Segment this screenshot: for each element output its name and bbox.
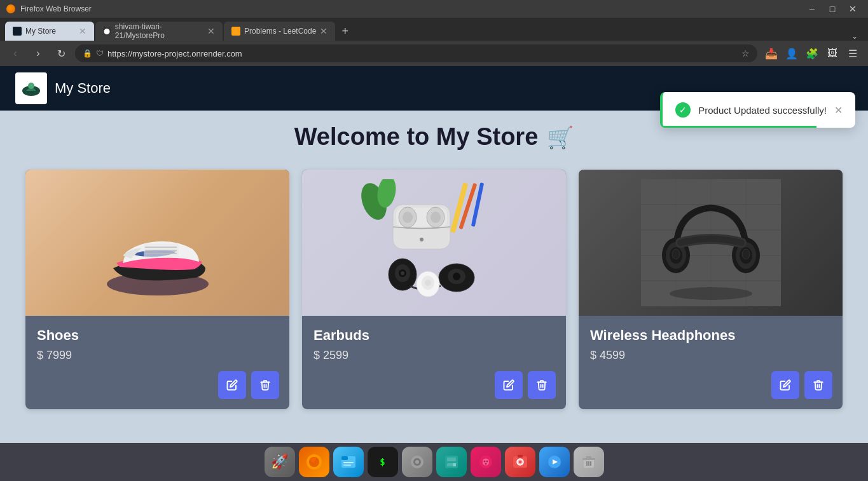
heading-text: Welcome to My Store xyxy=(294,123,539,151)
address-bar: ‹ › ↻ 🔒 🛡 https://mystore-project.onrend… xyxy=(0,41,868,66)
product-actions-shoes xyxy=(218,371,279,399)
svg-point-26 xyxy=(453,273,460,280)
profile-icon[interactable]: 🖼 xyxy=(823,44,841,62)
delete-icon-shoes xyxy=(259,379,271,391)
product-card-headphones: Wireless Headphones $ 4599 xyxy=(579,170,843,409)
product-card-shoes: Shoes $ 7999 xyxy=(25,170,289,409)
brand-name-text: My Store xyxy=(55,80,111,97)
dock-item-terminal[interactable]: $ xyxy=(368,447,398,477)
toast-close-button[interactable]: ✕ xyxy=(834,104,843,116)
svg-point-38 xyxy=(670,287,752,300)
edit-icon-headphones xyxy=(780,379,791,391)
dock-item-files[interactable] xyxy=(333,447,364,477)
extensions-icon[interactable]: 🧩 xyxy=(803,44,821,62)
navbar-brand[interactable]: My Store xyxy=(15,72,111,104)
svg-point-2 xyxy=(28,83,34,89)
tab-leetcode-label: Problems - LeetCode xyxy=(244,27,316,36)
forward-button[interactable]: › xyxy=(29,44,47,62)
tab-close-mystore[interactable]: ✕ xyxy=(79,27,86,36)
tab-github[interactable]: ⬤ shivam-tiwari-21/MystorePro ✕ xyxy=(95,22,223,41)
url-text: https://mystore-project.onrender.com xyxy=(107,49,242,58)
firefox-taskbar-icon xyxy=(6,4,15,13)
dock-item-screenshot[interactable] xyxy=(505,447,535,477)
dock-item-firefox[interactable] xyxy=(299,447,329,477)
delete-button-earbuds[interactable] xyxy=(528,371,556,399)
product-card-earbuds: Earbuds $ 2599 xyxy=(302,170,566,409)
tab-bar: My Store ✕ ⬤ shivam-tiwari-21/MystorePro… xyxy=(0,18,868,41)
tab-leetcode[interactable]: Problems - LeetCode ✕ xyxy=(224,22,335,41)
leetcode-favicon xyxy=(231,27,240,36)
svg-rect-68 xyxy=(518,455,523,457)
pocket-icon[interactable]: 📥 xyxy=(762,44,780,62)
menu-icon[interactable]: ☰ xyxy=(844,44,862,62)
brand-logo-svg xyxy=(17,74,45,102)
close-button[interactable]: ✕ xyxy=(844,0,862,18)
product-price-headphones: $ 4599 xyxy=(590,349,831,362)
edit-button-shoes[interactable] xyxy=(218,371,246,399)
svg-rect-50 xyxy=(341,456,348,460)
dock-item-settings[interactable] xyxy=(402,447,432,477)
svg-point-63 xyxy=(486,461,488,463)
edit-icon-earbuds xyxy=(503,379,514,391)
cart-icon: 🛒 xyxy=(547,125,574,150)
products-grid: Shoes $ 7999 xyxy=(25,170,843,409)
browser-frame: Firefox Web Browser – □ ✕ My Store ✕ ⬤ s… xyxy=(0,0,868,481)
edit-button-earbuds[interactable] xyxy=(495,371,523,399)
title-bar-left: Firefox Web Browser xyxy=(6,4,92,13)
url-bar[interactable]: 🔒 🛡 https://mystore-project.onrender.com… xyxy=(75,44,757,62)
delete-icon-headphones xyxy=(813,379,824,391)
product-image-headphones xyxy=(579,170,843,316)
svg-rect-52 xyxy=(343,464,351,466)
account-icon[interactable]: 👤 xyxy=(783,44,801,62)
maximize-button[interactable]: □ xyxy=(823,0,841,18)
calculator-dock-icon xyxy=(443,454,460,470)
tab-close-github[interactable]: ✕ xyxy=(207,27,215,36)
svg-point-16 xyxy=(403,212,413,223)
svg-rect-60 xyxy=(453,463,456,466)
product-image-earbuds xyxy=(302,170,566,316)
title-bar: Firefox Web Browser – □ ✕ xyxy=(0,0,868,18)
dock-item-strawberry[interactable] xyxy=(471,447,501,477)
product-actions-headphones xyxy=(771,371,832,399)
headphones-svg xyxy=(641,179,781,306)
delete-button-shoes[interactable] xyxy=(251,371,279,399)
tab-mystore[interactable]: My Store ✕ xyxy=(5,22,94,41)
toolbar-icons: 📥 👤 🧩 🖼 ☰ xyxy=(762,44,862,62)
svg-rect-57 xyxy=(447,457,456,461)
new-tab-button[interactable]: + xyxy=(336,22,354,41)
shield-icon: 🛡 xyxy=(96,49,104,58)
main-content: Welcome to My Store 🛒 xyxy=(0,111,868,422)
brand-logo xyxy=(15,72,47,104)
tab-github-label: shivam-tiwari-21/MystorePro xyxy=(115,22,203,40)
app-title: Firefox Web Browser xyxy=(20,4,92,13)
toast-message: Product Updated successfully! xyxy=(698,105,827,116)
mystore-favicon xyxy=(13,27,22,36)
tab-close-leetcode[interactable]: ✕ xyxy=(320,27,327,36)
settings-dock-icon xyxy=(409,454,425,470)
svg-point-19 xyxy=(420,238,424,241)
dock-item-trash[interactable] xyxy=(574,447,604,477)
back-button[interactable]: ‹ xyxy=(6,44,24,62)
trash-dock-icon xyxy=(581,454,597,470)
delete-icon-earbuds xyxy=(536,379,548,391)
svg-point-64 xyxy=(485,463,486,465)
product-price-shoes: $ 7999 xyxy=(37,349,278,362)
dock-item-media[interactable] xyxy=(539,447,570,477)
product-name-earbuds: Earbuds xyxy=(313,327,555,344)
refresh-button[interactable]: ↻ xyxy=(52,44,70,62)
svg-rect-73 xyxy=(582,458,595,460)
toast-notification: ✓ Product Updated successfully! ✕ xyxy=(660,92,855,128)
window-controls: – □ ✕ xyxy=(798,0,862,18)
earbuds-svg xyxy=(358,179,511,306)
minimize-button[interactable]: – xyxy=(803,0,821,18)
tab-mystore-label: My Store xyxy=(25,27,56,36)
dock-item-calculator[interactable] xyxy=(436,447,467,477)
delete-button-headphones[interactable] xyxy=(804,371,832,399)
product-image-shoes xyxy=(25,170,289,316)
bookmark-icon[interactable]: ☆ xyxy=(741,48,750,58)
github-favicon: ⬤ xyxy=(103,27,111,36)
edit-button-headphones[interactable] xyxy=(771,371,799,399)
dock-item-rocket[interactable]: 🚀 xyxy=(265,447,295,477)
tab-dropdown-button[interactable]: ⌄ xyxy=(846,32,863,41)
media-dock-icon xyxy=(546,454,563,470)
